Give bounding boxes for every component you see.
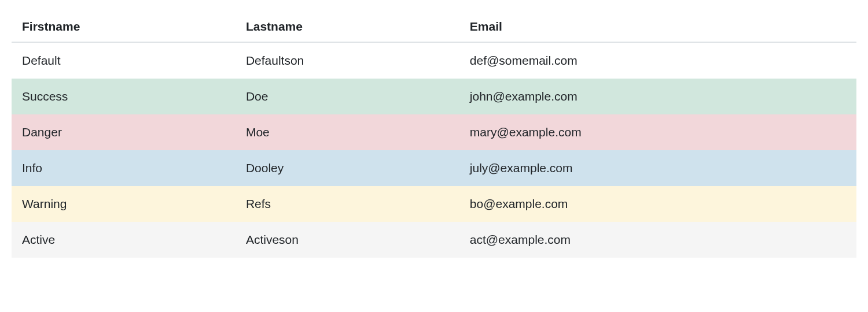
cell-lastname: Moe — [236, 114, 459, 150]
cell-lastname: Refs — [236, 186, 459, 222]
cell-email: july@example.com — [459, 150, 856, 186]
cell-email: mary@example.com — [459, 114, 856, 150]
table-row: Default Defaultson def@somemail.com — [12, 42, 856, 79]
table-row: Active Activeson act@example.com — [12, 222, 856, 258]
column-header-email: Email — [459, 12, 856, 42]
table-row: Danger Moe mary@example.com — [12, 114, 856, 150]
cell-email: act@example.com — [459, 222, 856, 258]
cell-lastname: Doe — [236, 79, 459, 114]
table-body: Default Defaultson def@somemail.com Succ… — [12, 42, 856, 258]
table-header-row: Firstname Lastname Email — [12, 12, 856, 42]
cell-firstname: Default — [12, 42, 236, 79]
contextual-rows-table: Firstname Lastname Email Default Default… — [12, 12, 856, 258]
cell-firstname: Danger — [12, 114, 236, 150]
cell-firstname: Active — [12, 222, 236, 258]
table-row: Info Dooley july@example.com — [12, 150, 856, 186]
cell-email: def@somemail.com — [459, 42, 856, 79]
cell-firstname: Info — [12, 150, 236, 186]
cell-firstname: Warning — [12, 186, 236, 222]
table-row: Warning Refs bo@example.com — [12, 186, 856, 222]
table-row: Success Doe john@example.com — [12, 79, 856, 114]
table-header: Firstname Lastname Email — [12, 12, 856, 42]
column-header-lastname: Lastname — [236, 12, 459, 42]
column-header-firstname: Firstname — [12, 12, 236, 42]
cell-email: john@example.com — [459, 79, 856, 114]
cell-lastname: Dooley — [236, 150, 459, 186]
cell-firstname: Success — [12, 79, 236, 114]
cell-email: bo@example.com — [459, 186, 856, 222]
cell-lastname: Activeson — [236, 222, 459, 258]
cell-lastname: Defaultson — [236, 42, 459, 79]
